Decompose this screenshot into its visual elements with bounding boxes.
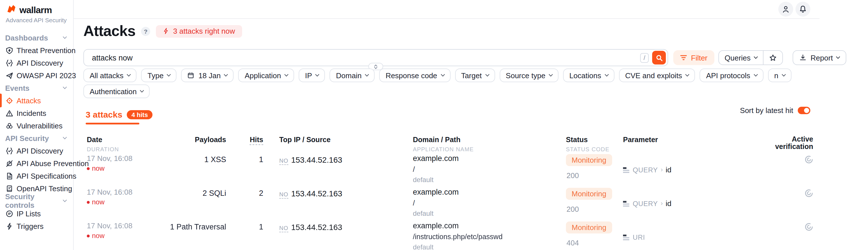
parameter-location-icon (623, 200, 630, 206)
brand-name: wallarm (20, 5, 52, 15)
table-row[interactable]: 17 Nov, 16:08 now 2 SQLi 2 NO 153.44.52.… (87, 188, 813, 217)
sidebar-item-api-specifications[interactable]: API Specifications (0, 169, 73, 182)
chevron-down-icon (224, 72, 228, 76)
search-button[interactable] (652, 51, 666, 64)
target-icon (6, 97, 13, 104)
parameter-location-icon (623, 234, 630, 240)
filter-chip-clipped[interactable]: n (768, 68, 792, 82)
filter-chip-target[interactable]: Target (455, 68, 495, 82)
page-title: Attacks (83, 22, 135, 40)
filter-chips-row-2: Authentication (83, 85, 150, 98)
help-icon[interactable]: ? (141, 27, 150, 36)
chevron-down-icon (315, 72, 319, 76)
attack-date: 17 Nov, 16:08 (87, 221, 161, 230)
verification-spinner-icon[interactable] (805, 189, 813, 197)
country-code[interactable]: NO (279, 225, 288, 232)
attack-date: 17 Nov, 16:08 (87, 188, 161, 196)
parameter-location-icon (623, 167, 630, 173)
sidebar-nav: Dashboards Threat Prevention API Discove… (0, 23, 73, 232)
chevron-down-icon (485, 72, 489, 76)
queries-button[interactable]: Queries (719, 51, 763, 64)
sort-toggle[interactable] (798, 107, 810, 114)
filter-chip-type[interactable]: Type (141, 68, 177, 82)
sidebar-section-security-controls[interactable]: Security controls (0, 195, 73, 207)
col-payloads: Payloads (161, 136, 226, 152)
verification-spinner-icon[interactable] (805, 155, 813, 164)
col-status: Status STATUS CODE (566, 136, 623, 152)
filter-chip-response-code[interactable]: Response code (379, 68, 450, 82)
chevron-down-icon (365, 72, 369, 76)
verification-spinner-icon[interactable] (805, 223, 813, 231)
sidebar-item-incidents[interactable]: Incidents (0, 107, 73, 119)
filter-chip-domain[interactable]: Domain (330, 68, 375, 82)
bot-off-icon (6, 159, 13, 167)
filter-chip-cve-exploits[interactable]: CVE and exploits (619, 68, 695, 82)
sidebar-item-owasp-api[interactable]: OWASP API 2023 (0, 69, 73, 82)
attack-path: / (413, 199, 566, 207)
chevron-down-icon (836, 55, 840, 59)
sidebar-item-api-discovery[interactable]: API Discovery (0, 57, 73, 69)
filter-icon (680, 55, 687, 61)
sidebar-item-vulnerabilities[interactable]: Vulnerabilities (0, 119, 73, 132)
source-ip[interactable]: 153.44.52.163 (291, 155, 342, 164)
ip-badge-icon: IP (6, 210, 13, 217)
filter-chip-api-protocols[interactable]: API protocols (700, 68, 764, 82)
table-row[interactable]: 17 Nov, 16:08 now 1 Path Traversal 1 NO … (87, 221, 813, 250)
chevron-down-icon (753, 72, 757, 76)
breadcrumb-separator: › (661, 166, 663, 173)
filter-chip-authentication[interactable]: Authentication (83, 85, 150, 98)
live-attacks-badge: 3 attacks right now (156, 25, 242, 37)
application-name: default (413, 210, 566, 217)
lightning-icon (6, 222, 13, 230)
country-code[interactable]: NO (279, 191, 288, 199)
attacks-count-label[interactable]: 3 attacks (86, 110, 122, 119)
chevron-down-icon (63, 35, 67, 39)
filter-button[interactable]: Filter (673, 50, 714, 65)
parameter-location: URI (633, 233, 645, 241)
wallarm-console: wallarm Advanced API Security Dashboards… (0, 0, 868, 250)
sidebar-item-triggers[interactable]: Triggers (0, 220, 73, 232)
warning-triangle-icon (6, 109, 13, 117)
source-ip[interactable]: 153.44.52.163 (291, 223, 342, 232)
chevron-down-icon (140, 89, 144, 92)
table-header: Date DURATION Payloads Hits Top IP / Sou… (87, 136, 813, 152)
hits-count-badge: 4 hits (127, 110, 152, 119)
live-dot (87, 234, 90, 237)
sidebar-item-attacks[interactable]: Attacks (0, 94, 73, 107)
filter-chip-source-type[interactable]: Source type (499, 68, 558, 82)
live-dot (87, 167, 90, 170)
user-button[interactable] (778, 2, 793, 17)
sidebar-item-openapi-testing[interactable]: OpenAPI Testing (0, 182, 73, 195)
sidebar-section-api-security[interactable]: API Security (0, 132, 73, 145)
filter-chip-locations[interactable]: Locations (563, 68, 614, 82)
report-button[interactable]: Report (793, 50, 846, 65)
chevron-down-icon (686, 72, 689, 76)
user-icon (782, 5, 790, 13)
breadcrumb-separator: › (661, 200, 663, 207)
chevron-down-icon (782, 72, 786, 76)
attack-domain: example.com (413, 188, 566, 196)
notifications-button[interactable] (796, 2, 810, 17)
sidebar-item-threat-prevention[interactable]: Threat Prevention (0, 44, 73, 57)
sidebar-section-dashboards[interactable]: Dashboards (0, 31, 73, 44)
favorite-button[interactable] (763, 51, 783, 64)
filter-chip-all-attacks[interactable]: All attacks (83, 68, 137, 82)
chevron-down-icon (127, 72, 131, 76)
filter-chip-date[interactable]: 18 Jan (181, 68, 234, 82)
sidebar-section-events[interactable]: Events (0, 82, 73, 94)
filter-chip-application[interactable]: Application (239, 68, 294, 82)
sidebar-item-api-abuse-prevention[interactable]: API Abuse Prevention (0, 157, 73, 169)
sidebar-item-ip-lists[interactable]: IP IP Lists (0, 207, 73, 220)
country-code[interactable]: NO (279, 158, 288, 165)
search-input[interactable] (92, 50, 594, 66)
table-row[interactable]: 17 Nov, 16:08 now 1 XSS 1 NO 153.44.52.1… (87, 154, 813, 184)
source-ip[interactable]: 153.44.52.163 (291, 189, 342, 198)
paper-plane-icon (6, 72, 13, 79)
col-hits[interactable]: Hits (226, 136, 263, 152)
logo[interactable]: wallarm Advanced API Security (0, 0, 73, 23)
parameter-location: QUERY (633, 166, 658, 174)
filter-chip-ip[interactable]: IP (299, 68, 325, 82)
sidebar-item-api-discovery-2[interactable]: API Discovery (0, 145, 73, 157)
slash-shortcut-hint: / (640, 53, 649, 63)
attack-duration: now (92, 232, 104, 240)
